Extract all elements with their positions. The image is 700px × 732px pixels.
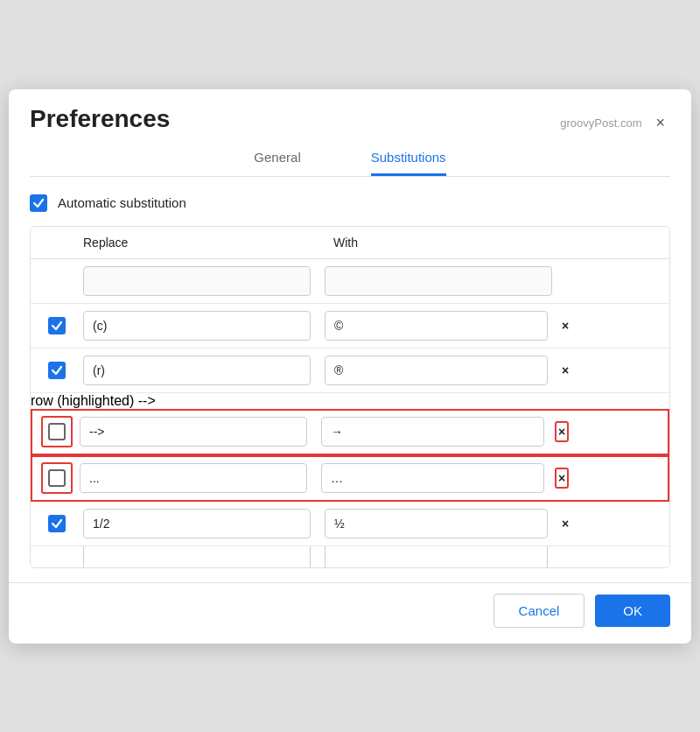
replace-input-arrow[interactable] bbox=[80, 417, 307, 447]
tab-substitutions[interactable]: Substitutions bbox=[371, 150, 446, 176]
replace-input-r[interactable] bbox=[83, 355, 311, 385]
checkbox-ellipsis[interactable] bbox=[48, 469, 66, 487]
dialog-body: Automatic substitution Replace With bbox=[9, 177, 691, 582]
replace-input-c[interactable] bbox=[83, 311, 311, 341]
replace-input-ellipsis[interactable] bbox=[80, 463, 307, 493]
cancel-button[interactable]: Cancel bbox=[494, 594, 585, 628]
dialog-footer: Cancel OK bbox=[9, 582, 691, 644]
table-row-partial bbox=[31, 546, 669, 567]
row-check-c bbox=[31, 317, 83, 334]
with-input-arrow[interactable] bbox=[321, 417, 544, 447]
with-input-ellipsis[interactable] bbox=[321, 463, 544, 493]
auto-substitution-row: Automatic substitution bbox=[30, 194, 670, 212]
table-row-r: × bbox=[31, 348, 669, 393]
delete-button-r[interactable]: × bbox=[558, 360, 572, 381]
checkmark-icon-r bbox=[51, 364, 63, 377]
auto-substitution-label: Automatic substitution bbox=[58, 195, 186, 210]
delete-cell-half: × bbox=[548, 513, 583, 534]
checkbox-r[interactable] bbox=[48, 362, 66, 379]
row-check-ellipsis bbox=[41, 462, 73, 494]
row-check-r bbox=[31, 362, 83, 379]
table-scroll-area[interactable]: × × bbox=[31, 259, 669, 567]
watermark-label: groovyPost.com bbox=[560, 116, 641, 130]
replace-input-half[interactable] bbox=[83, 509, 311, 538]
delete-cell-arrow: × bbox=[544, 421, 579, 442]
delete-button-half[interactable]: × bbox=[558, 513, 572, 534]
table-header: Replace With bbox=[31, 227, 669, 259]
checkmark-icon-c bbox=[51, 320, 63, 332]
replace-input-partial[interactable] bbox=[83, 546, 311, 567]
delete-cell-r: × bbox=[548, 360, 583, 381]
close-button[interactable]: × bbox=[650, 112, 670, 134]
checkbox-half[interactable] bbox=[48, 515, 66, 532]
auto-substitution-checkbox[interactable] bbox=[30, 194, 47, 212]
checkmark-icon-half bbox=[51, 517, 63, 530]
checkbox-c[interactable] bbox=[48, 317, 66, 334]
col-replace-header: Replace bbox=[83, 236, 319, 250]
substitutions-table: Replace With bbox=[30, 226, 670, 568]
delete-cell-c: × bbox=[548, 315, 583, 336]
row-check-arrow bbox=[41, 416, 73, 447]
with-input-c[interactable] bbox=[325, 311, 548, 341]
with-input-half[interactable] bbox=[325, 509, 548, 538]
col-with-header: With bbox=[319, 236, 547, 250]
preferences-dialog: Preferences groovyPost.com × General Sub… bbox=[9, 89, 691, 644]
delete-button-ellipsis[interactable]: × bbox=[555, 468, 569, 489]
checkmark-icon bbox=[32, 197, 45, 209]
delete-button-c[interactable]: × bbox=[558, 315, 572, 336]
checkbox-arrow[interactable] bbox=[48, 423, 66, 440]
replace-input-new[interactable] bbox=[83, 266, 311, 296]
tabs-bar: General Substitutions bbox=[30, 134, 670, 177]
with-input-partial[interactable] bbox=[325, 546, 548, 567]
dialog-title: Preferences bbox=[30, 105, 170, 133]
table-row-half: × bbox=[31, 502, 669, 546]
header-right: groovyPost.com × bbox=[560, 105, 670, 134]
dialog-header: Preferences groovyPost.com × bbox=[9, 89, 691, 134]
row-check-half bbox=[31, 515, 83, 532]
table-row-arrow: × bbox=[31, 409, 669, 455]
ok-button[interactable]: OK bbox=[595, 595, 670, 627]
table-row-c: × bbox=[31, 304, 669, 348]
tab-general[interactable]: General bbox=[254, 150, 300, 176]
table-row-new bbox=[31, 259, 669, 304]
table-row-ellipsis: × bbox=[31, 455, 669, 502]
with-input-new[interactable] bbox=[325, 266, 552, 296]
with-input-r[interactable] bbox=[325, 355, 548, 385]
delete-cell-ellipsis: × bbox=[544, 468, 579, 489]
delete-button-arrow[interactable]: × bbox=[555, 421, 569, 442]
